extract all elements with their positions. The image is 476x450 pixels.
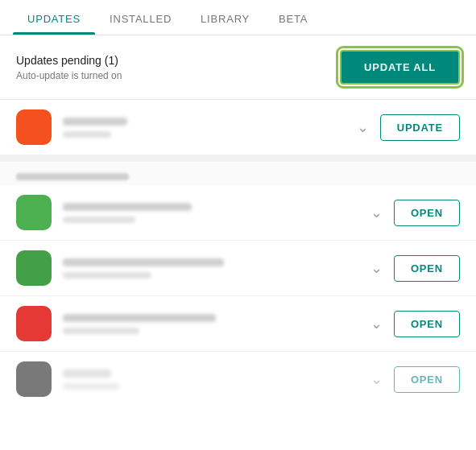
open-button-3[interactable]: OPEN	[394, 311, 460, 337]
chevron-icon-4[interactable]: ⌄	[370, 370, 383, 388]
app-name-pending	[63, 118, 127, 126]
app-name-1	[63, 203, 192, 211]
tab-beta[interactable]: BETA	[264, 0, 322, 35]
recently-updated-app-row-3: ⌄ OPEN	[0, 296, 476, 352]
app-info-pending	[63, 118, 346, 138]
chevron-icon-pending[interactable]: ⌄	[357, 118, 369, 136]
auto-update-status: Auto-update is turned on	[16, 70, 122, 81]
app-icon-4	[16, 361, 52, 397]
chevron-icon-3[interactable]: ⌄	[370, 315, 383, 332]
app-name-4	[63, 369, 111, 378]
app-version-pending	[63, 131, 111, 138]
recently-updated-app-row-4: ⌄ OPEN	[0, 352, 476, 407]
tab-library[interactable]: LIBRARY	[186, 0, 264, 35]
app-icon-3	[16, 306, 52, 341]
updates-pending-title: Updates pending (1)	[16, 54, 122, 67]
updates-info: Updates pending (1) Auto-update is turne…	[16, 54, 122, 81]
app-version-3	[63, 328, 139, 334]
recently-updated-app-row-1: ⌄ OPEN	[0, 185, 476, 241]
tab-updates[interactable]: UPDATES	[13, 0, 95, 35]
updates-header: Updates pending (1) Auto-update is turne…	[0, 35, 476, 100]
recently-updated-app-row-2: ⌄ OPEN	[0, 241, 476, 296]
chevron-icon-1[interactable]: ⌄	[370, 204, 383, 221]
app-name-3	[63, 314, 216, 322]
tab-bar: UPDATES INSTALLED LIBRARY BETA	[0, 0, 476, 35]
app-version-4	[63, 383, 119, 390]
app-icon-1	[16, 195, 52, 230]
app-info-4	[63, 369, 359, 390]
app-container: UPDATES INSTALLED LIBRARY BETA Updates p…	[0, 0, 476, 450]
open-button-1[interactable]: OPEN	[394, 200, 460, 226]
pending-app-row: ⌄ UPDATE	[0, 100, 476, 155]
open-button-2[interactable]: OPEN	[394, 255, 460, 282]
app-version-1	[63, 217, 135, 223]
app-info-1	[63, 203, 359, 223]
chevron-icon-2[interactable]: ⌄	[370, 259, 383, 277]
app-info-3	[63, 314, 359, 334]
app-info-2	[63, 258, 359, 279]
open-button-4[interactable]: OPEN	[394, 366, 460, 393]
recently-updated-title	[16, 173, 129, 180]
app-name-2	[63, 258, 224, 266]
app-icon-2	[16, 250, 52, 286]
update-all-button[interactable]: UPDATE ALL	[340, 50, 460, 85]
update-button-pending[interactable]: UPDATE	[380, 114, 460, 141]
section-divider	[0, 155, 476, 162]
app-icon-pending	[16, 109, 52, 145]
app-version-2	[63, 272, 151, 279]
tab-installed[interactable]: INSTALLED	[95, 0, 186, 35]
recently-updated-header	[0, 162, 476, 185]
